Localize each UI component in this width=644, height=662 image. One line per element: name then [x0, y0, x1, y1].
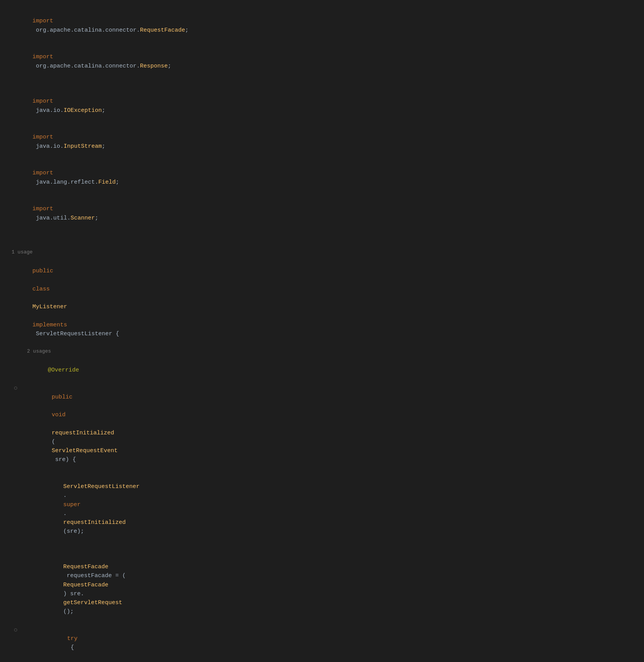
code-line-override: @Override [4, 357, 644, 384]
usage-count-1: 1 usage [12, 248, 33, 256]
keyword-import: import [32, 18, 53, 24]
code-line-usages1: 1 usage [4, 248, 644, 258]
code-line-class: public class MyListener implements Servl… [4, 258, 644, 348]
code-editor: import org.apache.catalina.connector.Req… [0, 8, 644, 662]
code-line-empty4 [4, 545, 644, 554]
code-line-empty2 [4, 231, 644, 240]
code-line-requestfacade: RequestFacade requestFacade = ( RequestF… [4, 554, 644, 625]
usage-count-2: 2 usages [12, 348, 51, 355]
code-line-empty3 [4, 240, 644, 248]
code-line-method: ◯ public void requestInitialized ( Servl… [4, 383, 644, 473]
code-line-4: import java.io.IOException; [4, 88, 644, 124]
code-line-7: import java.util.Scanner; [4, 196, 644, 231]
code-line-1: import org.apache.catalina.connector.Req… [4, 8, 644, 44]
code-line-super: ServletRequestListener . super . request… [4, 473, 644, 545]
code-line-usages2: 2 usages [4, 348, 644, 357]
code-line-empty [4, 79, 644, 88]
code-line-try: ◯ try { [4, 625, 644, 661]
code-line-5: import java.io.InputStream; [4, 124, 644, 160]
code-line-2: import org.apache.catalina.connector.Res… [4, 44, 644, 79]
code-line-6: import java.lang.reflect.Field; [4, 160, 644, 196]
